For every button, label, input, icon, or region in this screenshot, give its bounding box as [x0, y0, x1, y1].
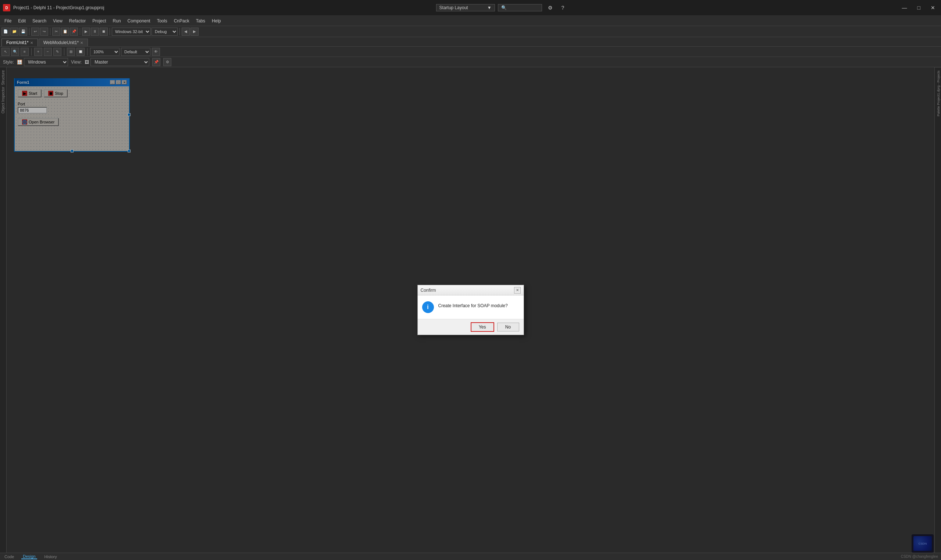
- platform-dropdown[interactable]: Windows 32-bit Windows 64-bit: [112, 28, 151, 35]
- bottom-bar: Code Design History CSDN @changfenglee C…: [0, 553, 941, 560]
- secondary-toolbar: ↖ 🔍 ≡ + − ✎ ⊞ 🔲 100% Default 👁: [0, 47, 941, 57]
- help-button[interactable]: ?: [558, 3, 568, 12]
- yes-button[interactable]: Yes: [470, 322, 494, 332]
- design-area: Form1 _ □ ✕ ▶ Start ⏹ Stop: [7, 67, 934, 553]
- menu-bar: File Edit Search View Refactor Project R…: [0, 16, 941, 26]
- tab-close-formunit1[interactable]: ✕: [30, 41, 33, 45]
- menu-project[interactable]: Project: [89, 17, 109, 25]
- bottom-tab-code[interactable]: Code: [3, 554, 15, 559]
- stb-sep1: [31, 48, 32, 55]
- tb-open[interactable]: 📁: [10, 28, 19, 35]
- menu-search[interactable]: Search: [29, 17, 49, 25]
- stb-del[interactable]: −: [44, 48, 52, 56]
- bottom-tab-design[interactable]: Design: [21, 554, 37, 559]
- chevron-down-icon: ▼: [487, 5, 492, 10]
- watermark-text: CSDN @changfenglee: [901, 554, 938, 558]
- restore-button[interactable]: □: [915, 3, 923, 12]
- stb-sep2: [64, 48, 64, 55]
- title-bar-left: D Project1 - Delphi 11 - ProjectGroup1.g…: [3, 4, 104, 11]
- tb-sep4: [110, 28, 110, 35]
- tab-bar: FormUnit1* ✕ WebModuleUnit1* ✕: [0, 37, 941, 47]
- menu-help[interactable]: Help: [209, 17, 224, 25]
- left-panel: Structure Object Inspector: [0, 67, 7, 553]
- right-panel-tabs: Palette Project1.dprg - Projects Model V…: [935, 67, 941, 119]
- search-icon: 🔍: [501, 5, 507, 10]
- tb-cut[interactable]: ✂: [52, 28, 60, 35]
- tb-undo[interactable]: ↩: [31, 28, 39, 35]
- tb-stop[interactable]: ⏹: [100, 28, 108, 35]
- title-bar-center: Startup Layout ▼ 🔍 ⚙ ?: [436, 3, 568, 12]
- dialog-title-bar: Confirm ✕: [418, 285, 524, 295]
- title-bar-right: — □ ✕: [899, 3, 938, 12]
- tab-webmoduleunit1[interactable]: WebModuleUnit1* ✕: [39, 38, 88, 46]
- stb-preview[interactable]: 👁: [152, 48, 160, 56]
- stb-align[interactable]: ≡: [21, 48, 29, 56]
- tb-run[interactable]: ▶: [82, 28, 90, 35]
- dialog-body: i Create Interface for SOAP module?: [418, 295, 524, 319]
- menu-file[interactable]: File: [2, 17, 14, 25]
- right-tab-model[interactable]: Model View: [934, 67, 936, 119]
- tb-redo[interactable]: ↪: [40, 28, 48, 35]
- view-pin[interactable]: 📌: [152, 58, 160, 66]
- view-settings[interactable]: ⚙: [163, 58, 171, 66]
- window-title: Project1 - Delphi 11 - ProjectGroup1.gro…: [13, 5, 104, 10]
- dialog-title: Confirm: [421, 288, 436, 293]
- view-dropdown[interactable]: Master: [91, 58, 149, 66]
- tb-sep1: [29, 28, 29, 35]
- stb-select[interactable]: ↖: [2, 48, 9, 56]
- main-toolbar: 📄 📁 💾 ↩ ↪ ✂ 📋 📌 ▶ ⏸ ⏹ Windows 32-bit Win…: [0, 26, 941, 37]
- right-panel: Palette Project1.dprg - Projects Model V…: [934, 67, 941, 553]
- dialog-info-icon: i: [422, 301, 434, 313]
- tab-formunit1[interactable]: FormUnit1* ✕: [2, 38, 38, 46]
- stb-zoom[interactable]: 🔍: [11, 48, 19, 56]
- stb-view-dropdown[interactable]: 100%: [90, 48, 119, 56]
- close-button[interactable]: ✕: [928, 3, 938, 12]
- dialog-close-button[interactable]: ✕: [514, 287, 521, 294]
- menu-edit[interactable]: Edit: [15, 17, 29, 25]
- style-dropdown[interactable]: Windows: [24, 58, 68, 66]
- bottom-tab-history[interactable]: History: [43, 554, 59, 559]
- menu-tabs[interactable]: Tabs: [193, 17, 208, 25]
- stb-grid[interactable]: ⊞: [67, 48, 75, 56]
- master-icon: 🖼: [85, 60, 89, 65]
- tb-pause[interactable]: ⏸: [91, 28, 99, 35]
- right-tab-palette[interactable]: Palette Project1.dprg - Projects: [936, 67, 941, 119]
- tb-back[interactable]: ◀: [182, 28, 190, 35]
- search-box: 🔍: [498, 4, 542, 11]
- view-label: View:: [71, 60, 82, 65]
- no-button[interactable]: No: [497, 323, 519, 331]
- tb-new[interactable]: 📄: [2, 28, 9, 35]
- tb-sep2: [50, 28, 50, 35]
- tb-paste[interactable]: 📌: [70, 28, 78, 35]
- title-bar: D Project1 - Delphi 11 - ProjectGroup1.g…: [0, 0, 941, 16]
- dialog-message: Create Interface for SOAP module?: [438, 301, 508, 309]
- menu-refactor[interactable]: Refactor: [66, 17, 89, 25]
- menu-view[interactable]: View: [50, 17, 65, 25]
- structure-label: Structure: [1, 70, 5, 85]
- object-inspector-label: Object Inspector: [1, 87, 5, 114]
- settings-button[interactable]: ⚙: [545, 3, 555, 12]
- stb-snap[interactable]: 🔲: [77, 48, 85, 56]
- app-icon: D: [3, 4, 10, 11]
- menu-cnpack[interactable]: CnPack: [171, 17, 192, 25]
- tb-forward[interactable]: ▶: [190, 28, 199, 35]
- stb-mode-dropdown[interactable]: Default: [121, 48, 150, 56]
- tb-save[interactable]: 💾: [19, 28, 27, 35]
- tab-close-webmoduleunit1[interactable]: ✕: [80, 41, 83, 45]
- config-dropdown[interactable]: Debug Release: [151, 28, 177, 35]
- tb-sep3: [80, 28, 80, 35]
- stb-sep3: [87, 48, 88, 55]
- stb-add[interactable]: +: [34, 48, 42, 56]
- style-label: Style:: [3, 60, 14, 65]
- layout-selector[interactable]: Startup Layout ▼: [436, 4, 495, 11]
- menu-run[interactable]: Run: [110, 17, 124, 25]
- style-toolbar: Style: 🪟 Windows View: 🖼 Master 📌 ⚙: [0, 57, 941, 67]
- confirm-dialog: Confirm ✕ i Create Interface for SOAP mo…: [417, 285, 524, 335]
- modal-overlay: Confirm ✕ i Create Interface for SOAP mo…: [7, 67, 934, 553]
- menu-component[interactable]: Component: [125, 17, 153, 25]
- windows-icon: 🪟: [17, 60, 22, 65]
- stb-edit[interactable]: ✎: [53, 48, 62, 56]
- minimize-button[interactable]: —: [899, 3, 910, 12]
- menu-tools[interactable]: Tools: [154, 17, 170, 25]
- tb-copy[interactable]: 📋: [61, 28, 69, 35]
